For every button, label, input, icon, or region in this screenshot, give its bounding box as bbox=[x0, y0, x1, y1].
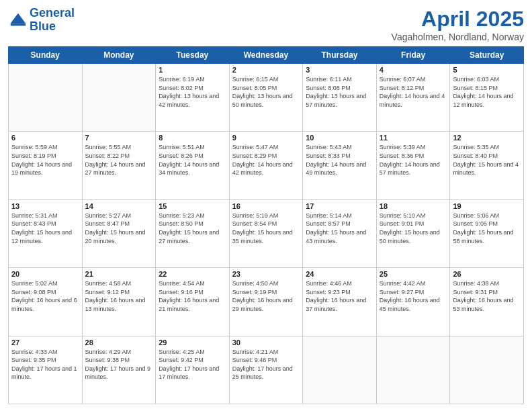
header: General Blue April 2025 Vagaholmen, Nord… bbox=[8, 7, 524, 42]
calendar-cell: 9Sunrise: 5:47 AMSunset: 8:29 PMDaylight… bbox=[229, 132, 303, 199]
day-info: Sunrise: 5:31 AMSunset: 8:43 PMDaylight:… bbox=[11, 212, 79, 245]
calendar-cell: 11Sunrise: 5:39 AMSunset: 8:36 PMDayligh… bbox=[376, 132, 450, 199]
day-info: Sunrise: 5:47 AMSunset: 8:29 PMDaylight:… bbox=[232, 143, 300, 177]
calendar-header-row: SundayMondayTuesdayWednesdayThursdayFrid… bbox=[9, 47, 524, 64]
calendar-cell: 28Sunrise: 4:29 AMSunset: 9:38 PMDayligh… bbox=[82, 336, 156, 404]
svg-rect-1 bbox=[11, 23, 26, 26]
day-number: 8 bbox=[159, 134, 226, 142]
page: General Blue April 2025 Vagaholmen, Nord… bbox=[0, 0, 532, 411]
calendar-table: SundayMondayTuesdayWednesdayThursdayFrid… bbox=[8, 46, 524, 404]
calendar-cell: 12Sunrise: 5:35 AMSunset: 8:40 PMDayligh… bbox=[450, 132, 524, 199]
day-info: Sunrise: 6:07 AMSunset: 8:12 PMDaylight:… bbox=[380, 75, 447, 109]
calendar-cell bbox=[303, 336, 377, 404]
calendar-week-row: 20Sunrise: 5:02 AMSunset: 9:08 PMDayligh… bbox=[9, 268, 524, 336]
day-info: Sunrise: 5:14 AMSunset: 8:57 PMDaylight:… bbox=[306, 212, 373, 245]
calendar-cell: 2Sunrise: 6:15 AMSunset: 8:05 PMDaylight… bbox=[229, 64, 303, 132]
day-info: Sunrise: 4:42 AMSunset: 9:27 PMDaylight:… bbox=[380, 279, 447, 313]
logo-line2: Blue bbox=[30, 20, 75, 34]
calendar-cell: 16Sunrise: 5:19 AMSunset: 8:54 PMDayligh… bbox=[229, 199, 303, 267]
calendar-cell: 8Sunrise: 5:51 AMSunset: 8:26 PMDaylight… bbox=[156, 132, 230, 199]
day-number: 12 bbox=[453, 134, 521, 142]
day-info: Sunrise: 4:29 AMSunset: 9:38 PMDaylight:… bbox=[85, 348, 153, 381]
logo: General Blue bbox=[8, 7, 75, 34]
day-number: 23 bbox=[232, 270, 300, 278]
calendar-cell: 23Sunrise: 4:50 AMSunset: 9:19 PMDayligh… bbox=[229, 268, 303, 336]
calendar-cell bbox=[82, 64, 156, 132]
calendar-cell: 27Sunrise: 4:33 AMSunset: 9:35 PMDayligh… bbox=[9, 336, 83, 404]
calendar-cell: 18Sunrise: 5:10 AMSunset: 9:01 PMDayligh… bbox=[376, 199, 450, 267]
calendar-cell: 3Sunrise: 6:11 AMSunset: 8:08 PMDaylight… bbox=[303, 64, 377, 132]
logo-icon bbox=[8, 11, 27, 30]
weekday-header: Saturday bbox=[450, 47, 524, 64]
weekday-header: Thursday bbox=[303, 47, 377, 64]
day-info: Sunrise: 4:21 AMSunset: 9:46 PMDaylight:… bbox=[232, 348, 300, 381]
logo-text: General Blue bbox=[30, 7, 75, 34]
weekday-header: Sunday bbox=[9, 47, 83, 64]
day-number: 6 bbox=[11, 134, 79, 142]
day-number: 29 bbox=[159, 338, 226, 347]
day-info: Sunrise: 5:35 AMSunset: 8:40 PMDaylight:… bbox=[453, 143, 521, 177]
day-number: 7 bbox=[85, 134, 153, 142]
day-info: Sunrise: 5:06 AMSunset: 9:05 PMDaylight:… bbox=[453, 212, 521, 245]
calendar-cell: 21Sunrise: 4:58 AMSunset: 9:12 PMDayligh… bbox=[82, 268, 156, 336]
day-info: Sunrise: 5:19 AMSunset: 8:54 PMDaylight:… bbox=[232, 212, 300, 245]
day-number: 14 bbox=[85, 202, 153, 210]
day-info: Sunrise: 6:03 AMSunset: 8:15 PMDaylight:… bbox=[453, 75, 521, 109]
calendar-cell bbox=[450, 336, 524, 404]
calendar-cell: 7Sunrise: 5:55 AMSunset: 8:22 PMDaylight… bbox=[82, 132, 156, 199]
day-info: Sunrise: 4:46 AMSunset: 9:23 PMDaylight:… bbox=[306, 279, 373, 313]
day-number: 24 bbox=[306, 270, 373, 278]
day-info: Sunrise: 5:10 AMSunset: 9:01 PMDaylight:… bbox=[380, 212, 447, 245]
svg-marker-0 bbox=[11, 13, 26, 24]
calendar-cell: 19Sunrise: 5:06 AMSunset: 9:05 PMDayligh… bbox=[450, 199, 524, 267]
calendar-cell: 10Sunrise: 5:43 AMSunset: 8:33 PMDayligh… bbox=[303, 132, 377, 199]
day-info: Sunrise: 4:25 AMSunset: 9:42 PMDaylight:… bbox=[159, 348, 226, 381]
day-info: Sunrise: 5:39 AMSunset: 8:36 PMDaylight:… bbox=[380, 143, 447, 177]
calendar-cell: 24Sunrise: 4:46 AMSunset: 9:23 PMDayligh… bbox=[303, 268, 377, 336]
day-info: Sunrise: 4:58 AMSunset: 9:12 PMDaylight:… bbox=[85, 279, 153, 313]
day-number: 2 bbox=[232, 66, 300, 74]
calendar-week-row: 13Sunrise: 5:31 AMSunset: 8:43 PMDayligh… bbox=[9, 199, 524, 267]
weekday-header: Wednesday bbox=[229, 47, 303, 64]
day-info: Sunrise: 4:54 AMSunset: 9:16 PMDaylight:… bbox=[159, 279, 226, 313]
weekday-header: Friday bbox=[376, 47, 450, 64]
day-number: 17 bbox=[306, 202, 373, 210]
title-area: April 2025 Vagaholmen, Nordland, Norway bbox=[392, 7, 524, 42]
day-number: 10 bbox=[306, 134, 373, 142]
day-number: 11 bbox=[380, 134, 447, 142]
day-number: 26 bbox=[453, 270, 521, 278]
calendar-cell: 15Sunrise: 5:23 AMSunset: 8:50 PMDayligh… bbox=[156, 199, 230, 267]
calendar-week-row: 27Sunrise: 4:33 AMSunset: 9:35 PMDayligh… bbox=[9, 336, 524, 404]
main-title: April 2025 bbox=[392, 7, 524, 32]
calendar-cell: 6Sunrise: 5:59 AMSunset: 8:19 PMDaylight… bbox=[9, 132, 83, 199]
day-info: Sunrise: 6:15 AMSunset: 8:05 PMDaylight:… bbox=[232, 75, 300, 109]
day-number: 25 bbox=[380, 270, 447, 278]
day-info: Sunrise: 5:27 AMSunset: 8:47 PMDaylight:… bbox=[85, 212, 153, 245]
logo-line1: General bbox=[30, 6, 75, 19]
calendar-cell: 5Sunrise: 6:03 AMSunset: 8:15 PMDaylight… bbox=[450, 64, 524, 132]
day-number: 1 bbox=[159, 66, 226, 74]
weekday-header: Tuesday bbox=[156, 47, 230, 64]
day-number: 30 bbox=[232, 338, 300, 347]
calendar-cell: 26Sunrise: 4:38 AMSunset: 9:31 PMDayligh… bbox=[450, 268, 524, 336]
calendar-cell: 14Sunrise: 5:27 AMSunset: 8:47 PMDayligh… bbox=[82, 199, 156, 267]
day-info: Sunrise: 4:50 AMSunset: 9:19 PMDaylight:… bbox=[232, 279, 300, 313]
day-info: Sunrise: 5:43 AMSunset: 8:33 PMDaylight:… bbox=[306, 143, 373, 177]
day-info: Sunrise: 5:51 AMSunset: 8:26 PMDaylight:… bbox=[159, 143, 226, 177]
day-info: Sunrise: 5:23 AMSunset: 8:50 PMDaylight:… bbox=[159, 212, 226, 245]
day-number: 18 bbox=[380, 202, 447, 210]
calendar-cell: 1Sunrise: 6:19 AMSunset: 8:02 PMDaylight… bbox=[156, 64, 230, 132]
calendar-cell bbox=[376, 336, 450, 404]
subtitle: Vagaholmen, Nordland, Norway bbox=[392, 32, 524, 42]
calendar-cell: 4Sunrise: 6:07 AMSunset: 8:12 PMDaylight… bbox=[376, 64, 450, 132]
day-info: Sunrise: 4:38 AMSunset: 9:31 PMDaylight:… bbox=[453, 279, 521, 313]
day-info: Sunrise: 5:02 AMSunset: 9:08 PMDaylight:… bbox=[11, 279, 79, 313]
day-info: Sunrise: 6:11 AMSunset: 8:08 PMDaylight:… bbox=[306, 75, 373, 109]
day-number: 19 bbox=[453, 202, 521, 210]
calendar-cell: 30Sunrise: 4:21 AMSunset: 9:46 PMDayligh… bbox=[229, 336, 303, 404]
calendar-cell: 13Sunrise: 5:31 AMSunset: 8:43 PMDayligh… bbox=[9, 199, 83, 267]
day-number: 16 bbox=[232, 202, 300, 210]
day-number: 9 bbox=[232, 134, 300, 142]
calendar-cell: 25Sunrise: 4:42 AMSunset: 9:27 PMDayligh… bbox=[376, 268, 450, 336]
day-info: Sunrise: 5:59 AMSunset: 8:19 PMDaylight:… bbox=[11, 143, 79, 177]
